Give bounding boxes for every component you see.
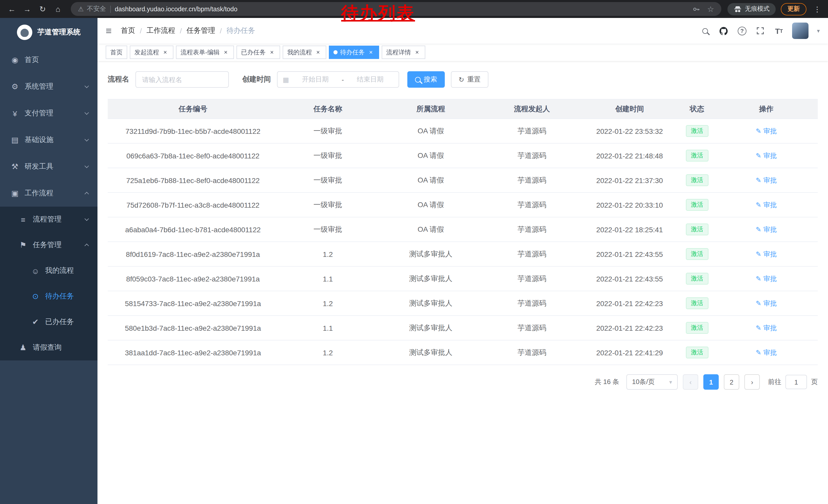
- user-avatar[interactable]: [792, 22, 809, 39]
- close-icon[interactable]: ×: [268, 49, 276, 56]
- sidebar-collapse-button[interactable]: ≡: [106, 25, 112, 37]
- filter-form: 流程名 创建时间 ▦ 开始日期 - 结束日期 搜索 ↻: [108, 71, 818, 88]
- question-mark: ?: [738, 27, 746, 35]
- cell-status: 激活: [679, 291, 715, 316]
- incognito-label: 无痕模式: [745, 5, 770, 13]
- approve-button[interactable]: ✎审批: [756, 249, 777, 259]
- approve-button[interactable]: ✎审批: [756, 151, 777, 160]
- app-logo[interactable]: 芋道管理系统: [0, 18, 97, 47]
- approve-label: 审批: [763, 151, 777, 160]
- start-date-placeholder: 开始日期: [292, 75, 339, 84]
- close-icon[interactable]: ×: [367, 49, 374, 56]
- page-button-1[interactable]: 1: [703, 374, 719, 390]
- close-icon[interactable]: ×: [222, 49, 229, 56]
- sidebar-item-todo-task[interactable]: ⊙ 待办任务: [0, 283, 97, 309]
- browser-menu-kebab-icon[interactable]: ⋮: [812, 5, 823, 13]
- sidebar-item-my-process[interactable]: ☺ 我的流程: [0, 258, 97, 283]
- github-icon[interactable]: [718, 26, 729, 36]
- page-content: 流程名 创建时间 ▦ 开始日期 - 结束日期 搜索 ↻: [97, 61, 828, 504]
- cell-task-id: a6aba0a4-7b6d-11ec-b781-acde48001122: [108, 217, 278, 242]
- sidebar-item-system[interactable]: ⚙ 系统管理: [0, 73, 97, 100]
- fullscreen-icon[interactable]: [755, 26, 766, 36]
- next-page-button[interactable]: ›: [744, 374, 760, 390]
- security-status[interactable]: ⚠ 不安全: [78, 5, 106, 13]
- browser-reload-button[interactable]: ↻: [36, 2, 49, 16]
- password-key-icon[interactable]: [691, 4, 701, 14]
- col-status: 状态: [679, 99, 715, 119]
- tag-done-task[interactable]: 已办任务 ×: [237, 46, 280, 59]
- approve-button[interactable]: ✎审批: [756, 126, 777, 136]
- tag-process-detail[interactable]: 流程详情 ×: [382, 46, 425, 59]
- approve-button[interactable]: ✎审批: [756, 299, 777, 308]
- tag-label: 发起流程: [134, 48, 159, 57]
- chevron-down-icon: [85, 164, 89, 168]
- search-button[interactable]: 搜索: [407, 71, 445, 88]
- breadcrumb-task-management[interactable]: 任务管理: [187, 26, 215, 35]
- table-row: 8f059c03-7ac8-11ec-a9e2-a2380e71991a1.1测…: [108, 266, 818, 291]
- tag-my-process[interactable]: 我的流程 ×: [283, 46, 326, 59]
- tag-start-process[interactable]: 发起流程 ×: [130, 46, 173, 59]
- sidebar-item-done-task[interactable]: ✔ 已办任务: [0, 309, 97, 335]
- cell-starter: 芋道源码: [484, 316, 580, 340]
- breadcrumb: 首页 / 工作流程 / 任务管理 / 待办任务: [121, 26, 255, 35]
- sidebar-item-task-management[interactable]: ⚑ 任务管理: [0, 232, 97, 258]
- close-icon[interactable]: ×: [315, 49, 322, 56]
- cell-process: 测试多审批人: [378, 266, 484, 291]
- chevron-down-icon: [85, 110, 89, 115]
- approve-label: 审批: [763, 200, 777, 210]
- app-title: 芋道管理系统: [37, 28, 81, 37]
- browser-forward-button[interactable]: →: [20, 2, 34, 16]
- breadcrumb-home[interactable]: 首页: [121, 26, 135, 35]
- process-name-input[interactable]: [135, 71, 229, 88]
- goto-unit: 页: [811, 377, 818, 386]
- cell-status: 激活: [679, 266, 715, 291]
- status-badge: 激活: [686, 248, 708, 260]
- approve-button[interactable]: ✎审批: [756, 348, 777, 357]
- page-size-select[interactable]: 10条/页 ▾: [626, 374, 678, 390]
- cell-created: 2022-01-21 22:42:23: [580, 291, 679, 316]
- gear-icon: ⚙: [10, 82, 19, 91]
- cell-process: OA 请假: [378, 217, 484, 242]
- tag-process-form-edit[interactable]: 流程表单-编辑 ×: [176, 46, 234, 59]
- task-flag-icon: ⚑: [18, 240, 28, 250]
- tag-label: 已办任务: [241, 48, 266, 57]
- prev-page-button[interactable]: ‹: [683, 374, 698, 390]
- tag-todo-task[interactable]: 待办任务 ×: [329, 46, 379, 59]
- search-button-label: 搜索: [424, 75, 437, 84]
- sidebar-item-devtools[interactable]: ⚒ 研发工具: [0, 153, 97, 180]
- create-time-range-picker[interactable]: ▦ 开始日期 - 结束日期: [277, 71, 399, 88]
- update-label: 更新: [787, 5, 800, 13]
- sidebar-menu: ◉ 首页 ⚙ 系统管理 ¥ 支付管理 ▤ 基础设施: [0, 47, 97, 360]
- approve-button[interactable]: ✎审批: [756, 176, 777, 185]
- bookmark-star-icon[interactable]: ☆: [707, 4, 714, 13]
- sidebar-item-home[interactable]: ◉ 首页: [0, 47, 97, 73]
- sidebar-item-payment[interactable]: ¥ 支付管理: [0, 100, 97, 127]
- sidebar-item-workflow[interactable]: ▣ 工作流程: [0, 180, 97, 207]
- browser-back-button[interactable]: ←: [5, 2, 18, 16]
- sidebar-item-leave-query[interactable]: ♟ 请假查询: [0, 335, 97, 360]
- reset-button[interactable]: ↻ 重置: [451, 71, 488, 88]
- tag-home[interactable]: 首页: [106, 46, 127, 59]
- approve-button[interactable]: ✎审批: [756, 200, 777, 210]
- breadcrumb-workflow[interactable]: 工作流程: [147, 26, 175, 35]
- close-icon[interactable]: ×: [162, 49, 169, 56]
- browser-home-button[interactable]: ⌂: [51, 2, 65, 16]
- goto-page-input[interactable]: [785, 375, 807, 389]
- approve-button[interactable]: ✎审批: [756, 323, 777, 332]
- pagination: 共 16 条 10条/页 ▾ ‹ 1 2 › 前往 页: [108, 374, 818, 390]
- cell-task-name: 1.1: [278, 316, 378, 340]
- browser-update-button[interactable]: 更新: [781, 3, 806, 15]
- approve-button[interactable]: ✎审批: [756, 274, 777, 283]
- font-size-icon[interactable]: TT: [774, 26, 784, 36]
- approve-label: 审批: [763, 299, 777, 308]
- close-icon[interactable]: ×: [413, 49, 421, 56]
- sidebar-item-infrastructure[interactable]: ▤ 基础设施: [0, 127, 97, 153]
- approve-button[interactable]: ✎审批: [756, 225, 777, 234]
- cell-action: ✎审批: [715, 168, 818, 192]
- page-button-2[interactable]: 2: [724, 374, 739, 390]
- help-icon[interactable]: ?: [737, 26, 747, 36]
- avatar-caret-down-icon[interactable]: ▾: [817, 28, 820, 34]
- sidebar-item-process-management[interactable]: ≡ 流程管理: [0, 207, 97, 232]
- cell-created: 2022-01-21 22:43:55: [580, 242, 679, 266]
- search-icon[interactable]: [700, 26, 710, 36]
